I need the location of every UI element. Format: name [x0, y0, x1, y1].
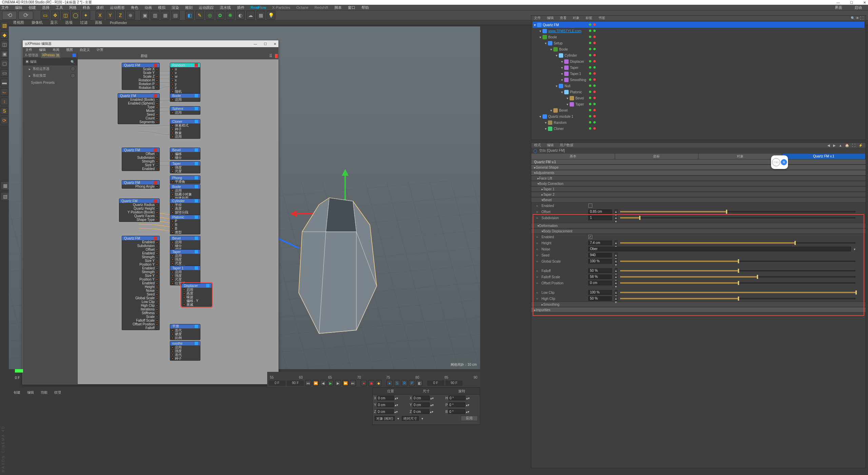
section-adjustments[interactable]: Adjustments: [531, 170, 866, 175]
bevel-offset-field[interactable]: 0.85 cm: [588, 209, 612, 214]
rot-field[interactable]: [449, 396, 466, 400]
section-body-displacement[interactable]: Body Displacement: [531, 228, 866, 234]
section-bevel[interactable]: Bevel: [531, 197, 866, 203]
redo-button[interactable]: ⟳: [18, 11, 33, 20]
edge-mode-icon[interactable]: ▭: [1, 69, 8, 77]
menu-item[interactable]: 雕刻: [185, 5, 193, 10]
node-platonic[interactable]: PlatonicPRB类型: [170, 215, 200, 234]
node-quartz-fm[interactable]: Quartz FMEnabled (Boole)Enabled (Sphere)…: [118, 93, 160, 124]
objmgr-menu-item[interactable]: 编辑: [547, 16, 554, 20]
tree-item[interactable]: ▾Taper: [533, 101, 864, 107]
move-tool-icon[interactable]: ✥: [51, 11, 60, 20]
menu-item[interactable]: 选择: [42, 5, 50, 10]
spinner-icon[interactable]: ▴▾: [615, 296, 617, 301]
menu-item[interactable]: 编辑: [15, 5, 22, 10]
section-deformation[interactable]: Deformation: [531, 223, 866, 228]
spinner-icon[interactable]: ▴▾: [615, 253, 617, 258]
spinner-icon[interactable]: ▴▾: [615, 259, 617, 264]
viewport-menu-item[interactable]: 摄像机: [32, 20, 43, 25]
viewport-menu-item[interactable]: 面板: [95, 20, 102, 25]
xpresso-close[interactable]: ✕: [274, 42, 276, 46]
attr-tab-object[interactable]: 对象: [698, 154, 782, 159]
objmgr-menu-item[interactable]: 书签: [598, 16, 605, 20]
bevel-subdiv-slider[interactable]: [620, 217, 855, 218]
menu-item[interactable]: 运动图形: [110, 5, 125, 10]
object-mode-icon[interactable]: ▣: [1, 50, 8, 58]
axis-z-icon[interactable]: Z: [116, 11, 125, 20]
objmgr-menu-item[interactable]: 标签: [586, 16, 592, 20]
goto-end-icon[interactable]: ⏭: [350, 380, 356, 386]
material-tab[interactable]: 创建: [14, 390, 20, 395]
size-field[interactable]: [413, 402, 430, 407]
x-side-header[interactable]: ▣ 编辑🔍: [23, 58, 77, 65]
material-tab[interactable]: 功能: [41, 390, 47, 395]
object-tree[interactable]: ▾Quartz FM▾www.TFMSTYLE.com▾Boole▾Setup▾…: [531, 20, 866, 133]
section-general-shape[interactable]: General Shape: [531, 165, 866, 170]
resize-grip-icon[interactable]: ⠿: [269, 54, 273, 58]
pla-key-icon[interactable]: ◧: [416, 380, 422, 386]
frame-end-field[interactable]: 90 F: [287, 380, 304, 386]
menu-item[interactable]: 文件: [1, 5, 9, 10]
record-icon[interactable]: ●: [361, 380, 367, 386]
disp-lowclip-field[interactable]: 100 %: [588, 290, 612, 295]
xgroup-tab[interactable]: 群组: [141, 54, 147, 58]
object-manager[interactable]: 文件编辑查看对象标签书签🔍 👁 ⛶ ▾Quartz FM▾www.TFMSTYL…: [531, 15, 866, 140]
node-quartz-fm[interactable]: Quartz FMPhong Angle: [122, 180, 160, 189]
prev-key-icon[interactable]: ⏪: [313, 380, 319, 386]
render-region-icon[interactable]: ▥: [151, 11, 159, 20]
rot-field[interactable]: [448, 409, 465, 414]
snap-s-icon[interactable]: S: [1, 107, 8, 115]
disp-fscale-slider[interactable]: [620, 276, 855, 278]
attr-tab-coord[interactable]: 坐标: [615, 154, 699, 159]
node-displacer[interactable]: Displacer启用高度噪波偏移 . Y衰减: [181, 283, 212, 307]
node-phong[interactable]: Phong平滑角: [170, 175, 200, 184]
disp-height-field[interactable]: 7.4 cm: [588, 241, 612, 245]
menu-item[interactable]: 运动跟踪: [199, 5, 214, 10]
xpresso-window[interactable]: ⊞ XPresso 编辑器 — ☐ ✕ 文件编辑布局视图自定义计算 X-管理器 …: [22, 40, 279, 384]
workplane-icon[interactable]: ▧: [1, 192, 9, 201]
material-tab[interactable]: 编辑: [27, 390, 34, 395]
menu-item[interactable]: 模拟: [158, 5, 165, 10]
disp-seed-field[interactable]: 940: [588, 253, 612, 258]
spinner-icon[interactable]: ▴▾: [615, 215, 617, 220]
menu-item[interactable]: X-Particles: [272, 5, 290, 10]
xpresso-menu-item[interactable]: 计算: [97, 48, 103, 52]
disp-gscale-field[interactable]: 100 %: [588, 259, 612, 264]
node-taper[interactable]: Taper强度尺度: [170, 161, 200, 173]
tree-item[interactable]: ▾www.TFMSTYLE.com: [533, 28, 864, 34]
menu-item[interactable]: 创建: [28, 5, 36, 10]
disp-highclip-field[interactable]: 50 %: [588, 296, 612, 301]
attrmgr-menu-item[interactable]: 用户数据: [560, 143, 573, 148]
xpresso-menu-item[interactable]: 布局: [53, 48, 59, 52]
tree-item[interactable]: ▾Random: [533, 119, 864, 126]
xpresso-menu-item[interactable]: 视图: [66, 48, 73, 52]
disp-falloff-slider[interactable]: [620, 270, 855, 271]
menu-item[interactable]: 窗口: [348, 5, 355, 10]
timeline[interactable]: 5560657075808590 0 F 90 F ⏮ ⏪ ◀ ▶ ▶ ⏩ ⏭ …: [267, 372, 480, 387]
tree-item[interactable]: ▾Boole: [533, 46, 864, 52]
objmgr-search-icon[interactable]: 🔍 👁 ⛶: [851, 16, 866, 20]
scale-tool-icon[interactable]: ◫: [61, 11, 70, 20]
pos-key-icon[interactable]: ●: [387, 380, 393, 386]
tree-item[interactable]: ▾Cloner: [533, 126, 864, 132]
menu-item[interactable]: 样条: [83, 5, 90, 10]
xpresso-canvas[interactable]: 群组⠿: [78, 53, 278, 384]
viewport-menu-item[interactable]: ProRender: [110, 21, 127, 25]
point-mode-icon[interactable]: ▢: [1, 60, 8, 67]
objmgr-menu-item[interactable]: 查看: [560, 16, 567, 20]
menu-item[interactable]: Octane: [296, 5, 308, 10]
poly-mode-icon[interactable]: ▬: [1, 79, 8, 86]
disp-height-slider[interactable]: [620, 242, 855, 244]
tree-item[interactable]: ▾Displacer: [533, 58, 864, 64]
xpresso-menu-item[interactable]: 编辑: [39, 48, 46, 52]
xpresso-menu-item[interactable]: 自定义: [80, 48, 90, 52]
section-body-correction[interactable]: Body Correction: [531, 181, 866, 186]
x-side-item[interactable]: System Presets: [23, 79, 77, 86]
viewport-menu-item[interactable]: 透视图: [13, 20, 24, 25]
disp-gscale-slider[interactable]: [620, 261, 855, 262]
menu-item[interactable]: Redshift: [315, 5, 328, 10]
disp-falloff-field[interactable]: 50 %: [588, 268, 612, 273]
axis-y-icon[interactable]: Y: [106, 11, 115, 20]
objmgr-menu-item[interactable]: 对象: [573, 16, 579, 20]
axis-center-icon[interactable]: ↕: [1, 98, 8, 105]
